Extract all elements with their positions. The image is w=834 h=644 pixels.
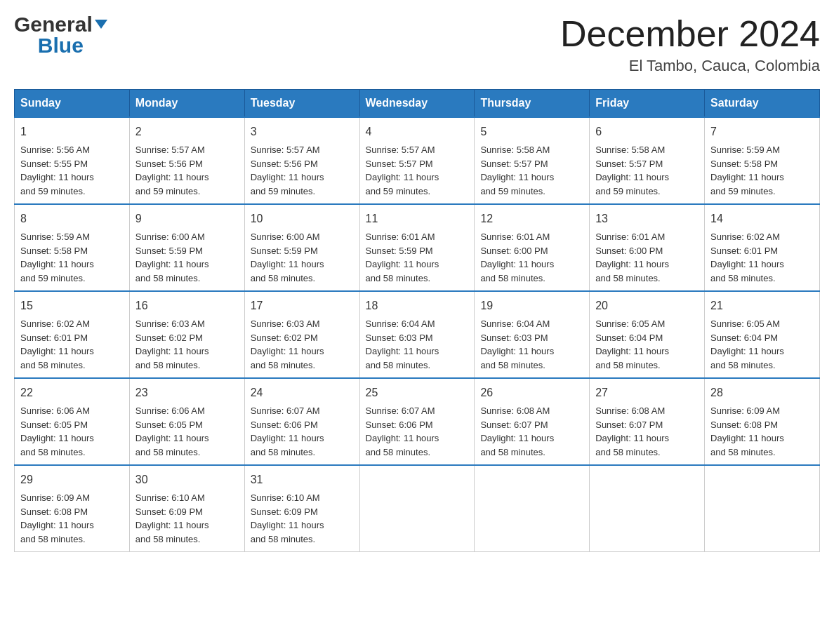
- calendar-header-monday: Monday: [129, 90, 244, 118]
- calendar-week-row: 8 Sunrise: 5:59 AMSunset: 5:58 PMDayligh…: [15, 204, 820, 291]
- day-number: 30: [135, 471, 239, 488]
- day-number: 18: [366, 297, 469, 314]
- day-number: 12: [480, 210, 583, 227]
- calendar-header-saturday: Saturday: [705, 90, 820, 118]
- title-area: December 2024 El Tambo, Cauca, Colombia: [560, 14, 820, 75]
- day-info: Sunrise: 5:59 AMSunset: 5:58 PMDaylight:…: [710, 145, 784, 196]
- calendar-header-sunday: Sunday: [15, 90, 130, 118]
- day-info: Sunrise: 5:58 AMSunset: 5:57 PMDaylight:…: [595, 145, 669, 196]
- day-number: 14: [710, 210, 814, 227]
- calendar-week-row: 1 Sunrise: 5:56 AMSunset: 5:55 PMDayligh…: [15, 117, 820, 204]
- calendar-cell: 19 Sunrise: 6:04 AMSunset: 6:03 PMDaylig…: [475, 291, 590, 378]
- day-info: Sunrise: 6:01 AMSunset: 5:59 PMDaylight:…: [366, 232, 439, 283]
- day-info: Sunrise: 6:07 AMSunset: 6:06 PMDaylight:…: [251, 405, 324, 457]
- calendar-cell: 22 Sunrise: 6:06 AMSunset: 6:05 PMDaylig…: [15, 378, 130, 465]
- day-number: 15: [20, 297, 124, 314]
- day-info: Sunrise: 5:57 AMSunset: 5:56 PMDaylight:…: [135, 145, 209, 196]
- day-info: Sunrise: 6:06 AMSunset: 6:05 PMDaylight:…: [135, 405, 209, 457]
- day-info: Sunrise: 5:57 AMSunset: 5:56 PMDaylight:…: [251, 145, 324, 196]
- day-number: 27: [595, 384, 699, 401]
- calendar-header-wednesday: Wednesday: [359, 90, 475, 118]
- calendar-cell: [590, 465, 705, 552]
- day-info: Sunrise: 6:01 AMSunset: 6:00 PMDaylight:…: [480, 232, 554, 283]
- day-info: Sunrise: 6:05 AMSunset: 6:04 PMDaylight:…: [595, 318, 669, 370]
- day-info: Sunrise: 6:05 AMSunset: 6:04 PMDaylight:…: [710, 318, 784, 370]
- logo: General Blue: [14, 14, 107, 56]
- calendar-cell: 12 Sunrise: 6:01 AMSunset: 6:00 PMDaylig…: [475, 204, 590, 291]
- calendar-cell: 29 Sunrise: 6:09 AMSunset: 6:08 PMDaylig…: [15, 465, 130, 552]
- calendar-cell: 25 Sunrise: 6:07 AMSunset: 6:06 PMDaylig…: [359, 378, 475, 465]
- day-number: 9: [135, 210, 239, 227]
- calendar-cell: 6 Sunrise: 5:58 AMSunset: 5:57 PMDayligh…: [590, 117, 705, 204]
- day-number: 25: [366, 384, 469, 401]
- calendar-header-friday: Friday: [590, 90, 705, 118]
- calendar-cell: 5 Sunrise: 5:58 AMSunset: 5:57 PMDayligh…: [475, 117, 590, 204]
- calendar-cell: 21 Sunrise: 6:05 AMSunset: 6:04 PMDaylig…: [705, 291, 820, 378]
- day-number: 7: [710, 123, 814, 140]
- calendar-cell: 3 Sunrise: 5:57 AMSunset: 5:56 PMDayligh…: [244, 117, 359, 204]
- day-number: 3: [251, 123, 354, 140]
- day-info: Sunrise: 6:06 AMSunset: 6:05 PMDaylight:…: [20, 405, 94, 457]
- calendar-table: SundayMondayTuesdayWednesdayThursdayFrid…: [14, 89, 820, 552]
- calendar-cell: 1 Sunrise: 5:56 AMSunset: 5:55 PMDayligh…: [15, 117, 130, 204]
- day-info: Sunrise: 5:57 AMSunset: 5:57 PMDaylight:…: [366, 145, 439, 196]
- month-title: December 2024: [560, 14, 820, 54]
- day-number: 11: [366, 210, 469, 227]
- calendar-cell: 9 Sunrise: 6:00 AMSunset: 5:59 PMDayligh…: [129, 204, 244, 291]
- day-info: Sunrise: 6:04 AMSunset: 6:03 PMDaylight:…: [480, 318, 554, 370]
- day-info: Sunrise: 6:08 AMSunset: 6:07 PMDaylight:…: [595, 405, 669, 457]
- calendar-cell: 16 Sunrise: 6:03 AMSunset: 6:02 PMDaylig…: [129, 291, 244, 378]
- day-info: Sunrise: 6:00 AMSunset: 5:59 PMDaylight:…: [251, 232, 324, 283]
- calendar-cell: [359, 465, 475, 552]
- calendar-cell: 27 Sunrise: 6:08 AMSunset: 6:07 PMDaylig…: [590, 378, 705, 465]
- day-info: Sunrise: 6:09 AMSunset: 6:08 PMDaylight:…: [710, 405, 784, 457]
- day-number: 20: [595, 297, 699, 314]
- day-number: 4: [366, 123, 469, 140]
- day-number: 10: [251, 210, 354, 227]
- calendar-week-row: 22 Sunrise: 6:06 AMSunset: 6:05 PMDaylig…: [15, 378, 820, 465]
- location-subtitle: El Tambo, Cauca, Colombia: [560, 57, 820, 75]
- calendar-header-tuesday: Tuesday: [244, 90, 359, 118]
- day-number: 24: [251, 384, 354, 401]
- calendar-cell: 11 Sunrise: 6:01 AMSunset: 5:59 PMDaylig…: [359, 204, 475, 291]
- day-number: 26: [480, 384, 583, 401]
- calendar-cell: 28 Sunrise: 6:09 AMSunset: 6:08 PMDaylig…: [705, 378, 820, 465]
- day-number: 17: [251, 297, 354, 314]
- day-number: 8: [20, 210, 124, 227]
- day-number: 6: [595, 123, 699, 140]
- day-number: 19: [480, 297, 583, 314]
- calendar-cell: 15 Sunrise: 6:02 AMSunset: 6:01 PMDaylig…: [15, 291, 130, 378]
- calendar-cell: [705, 465, 820, 552]
- logo-blue-text: Blue: [14, 35, 107, 56]
- day-info: Sunrise: 6:04 AMSunset: 6:03 PMDaylight:…: [366, 318, 439, 370]
- day-number: 1: [20, 123, 124, 140]
- day-info: Sunrise: 6:01 AMSunset: 6:00 PMDaylight:…: [595, 232, 669, 283]
- day-info: Sunrise: 6:03 AMSunset: 6:02 PMDaylight:…: [135, 318, 209, 370]
- day-number: 22: [20, 384, 124, 401]
- calendar-cell: [475, 465, 590, 552]
- calendar-header-row: SundayMondayTuesdayWednesdayThursdayFrid…: [15, 90, 820, 118]
- calendar-cell: 20 Sunrise: 6:05 AMSunset: 6:04 PMDaylig…: [590, 291, 705, 378]
- day-number: 5: [480, 123, 583, 140]
- day-number: 13: [595, 210, 699, 227]
- day-number: 31: [251, 471, 354, 488]
- calendar-cell: 8 Sunrise: 5:59 AMSunset: 5:58 PMDayligh…: [15, 204, 130, 291]
- day-info: Sunrise: 5:58 AMSunset: 5:57 PMDaylight:…: [480, 145, 554, 196]
- calendar-cell: 23 Sunrise: 6:06 AMSunset: 6:05 PMDaylig…: [129, 378, 244, 465]
- calendar-week-row: 15 Sunrise: 6:02 AMSunset: 6:01 PMDaylig…: [15, 291, 820, 378]
- calendar-cell: 7 Sunrise: 5:59 AMSunset: 5:58 PMDayligh…: [705, 117, 820, 204]
- day-info: Sunrise: 6:00 AMSunset: 5:59 PMDaylight:…: [135, 232, 209, 283]
- day-info: Sunrise: 6:03 AMSunset: 6:02 PMDaylight:…: [251, 318, 324, 370]
- logo-general-text: General: [14, 14, 93, 35]
- calendar-cell: 13 Sunrise: 6:01 AMSunset: 6:00 PMDaylig…: [590, 204, 705, 291]
- calendar-cell: 10 Sunrise: 6:00 AMSunset: 5:59 PMDaylig…: [244, 204, 359, 291]
- day-number: 29: [20, 471, 124, 488]
- calendar-cell: 30 Sunrise: 6:10 AMSunset: 6:09 PMDaylig…: [129, 465, 244, 552]
- calendar-cell: 24 Sunrise: 6:07 AMSunset: 6:06 PMDaylig…: [244, 378, 359, 465]
- day-info: Sunrise: 6:02 AMSunset: 6:01 PMDaylight:…: [20, 318, 94, 370]
- calendar-cell: 17 Sunrise: 6:03 AMSunset: 6:02 PMDaylig…: [244, 291, 359, 378]
- day-info: Sunrise: 6:10 AMSunset: 6:09 PMDaylight:…: [251, 492, 324, 544]
- day-info: Sunrise: 6:08 AMSunset: 6:07 PMDaylight:…: [480, 405, 554, 457]
- calendar-cell: 26 Sunrise: 6:08 AMSunset: 6:07 PMDaylig…: [475, 378, 590, 465]
- day-info: Sunrise: 5:56 AMSunset: 5:55 PMDaylight:…: [20, 145, 94, 196]
